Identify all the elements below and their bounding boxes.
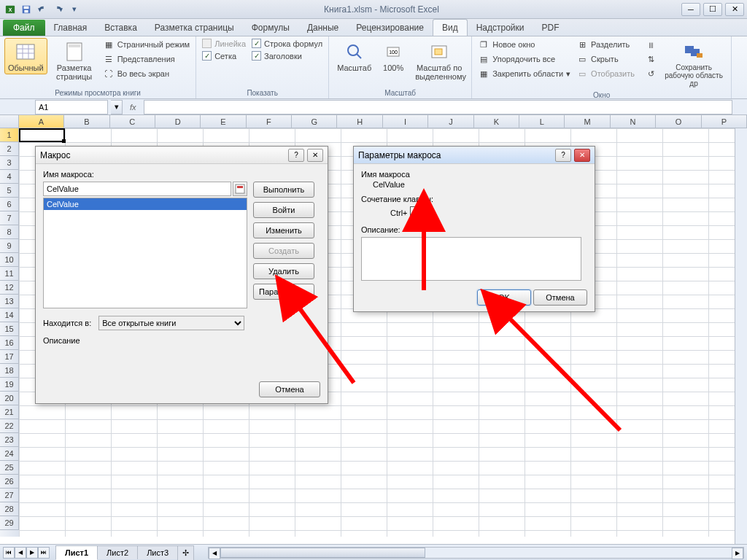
- page-break-button[interactable]: ▦Страничный режим: [101, 38, 192, 51]
- vertical-scrollbar[interactable]: [735, 128, 747, 544]
- next-sheet-button[interactable]: ▶: [26, 547, 38, 559]
- step-button[interactable]: Войти: [253, 202, 314, 218]
- formula-input[interactable]: [144, 100, 732, 114]
- ok-button[interactable]: OK: [477, 289, 531, 306]
- desc-textarea[interactable]: [361, 237, 581, 281]
- macro-name-input[interactable]: [43, 182, 231, 196]
- first-sheet-button[interactable]: ⏮: [3, 547, 15, 559]
- save-icon[interactable]: [19, 2, 34, 17]
- tab-review[interactable]: Рецензирование: [347, 20, 433, 36]
- col-header[interactable]: O: [656, 115, 701, 128]
- row-header[interactable]: 14: [0, 308, 19, 322]
- prev-sheet-button[interactable]: ◀: [15, 547, 26, 559]
- row-header[interactable]: 11: [0, 267, 19, 281]
- col-header[interactable]: K: [474, 115, 519, 128]
- split-button[interactable]: ⊞Разделить: [575, 38, 636, 51]
- row-header[interactable]: 24: [0, 447, 19, 461]
- col-header[interactable]: B: [64, 115, 109, 128]
- row-header[interactable]: 13: [0, 295, 19, 308]
- gridlines-checkbox[interactable]: ✓Сетка: [201, 50, 247, 61]
- ruler-checkbox[interactable]: Линейка: [201, 38, 247, 49]
- row-header[interactable]: 5: [0, 184, 19, 198]
- row-header[interactable]: 20: [0, 392, 19, 405]
- col-header[interactable]: A: [19, 115, 64, 128]
- zoom-button[interactable]: Масштаб: [333, 38, 375, 74]
- col-header[interactable]: J: [428, 115, 473, 128]
- tab-page-layout[interactable]: Разметка страницы: [146, 20, 243, 36]
- tab-data[interactable]: Данные: [298, 20, 347, 36]
- macro-list-item[interactable]: CelValue: [44, 198, 247, 210]
- tab-home[interactable]: Главная: [45, 20, 96, 36]
- tab-view[interactable]: Вид: [433, 19, 468, 36]
- minimize-button[interactable]: ─: [681, 3, 700, 16]
- page-layout-button[interactable]: Разметка страницы: [50, 38, 98, 83]
- col-header[interactable]: G: [292, 115, 337, 128]
- row-header[interactable]: 21: [0, 405, 19, 419]
- row-header[interactable]: 10: [0, 253, 19, 267]
- options-button[interactable]: Параметры...: [253, 284, 314, 300]
- col-header[interactable]: H: [337, 115, 382, 128]
- close-button[interactable]: ✕: [574, 149, 590, 162]
- custom-views-button[interactable]: ☰Представления: [101, 52, 192, 66]
- sync-scroll-button[interactable]: ⇅: [643, 52, 658, 66]
- row-header[interactable]: 25: [0, 461, 19, 475]
- cancel-button[interactable]: Отмена: [533, 289, 587, 306]
- row-header[interactable]: 3: [0, 156, 19, 170]
- row-header[interactable]: 7: [0, 211, 19, 225]
- tab-formulas[interactable]: Формулы: [243, 20, 298, 36]
- active-cell[interactable]: [19, 128, 65, 142]
- unhide-button[interactable]: ▭Отобразить: [575, 67, 636, 80]
- zoom-selection-button[interactable]: Масштаб по выделенному: [411, 38, 467, 83]
- col-header[interactable]: L: [519, 115, 565, 128]
- new-window-button[interactable]: ❐Новое окно: [476, 38, 572, 51]
- col-header[interactable]: M: [565, 115, 610, 128]
- close-button[interactable]: ✕: [307, 149, 323, 162]
- qat-customize-icon[interactable]: ▾: [67, 2, 82, 17]
- select-all-corner[interactable]: [0, 115, 19, 128]
- col-header[interactable]: C: [110, 115, 155, 128]
- headings-checkbox[interactable]: ✓Заголовки: [250, 50, 324, 61]
- row-header[interactable]: 9: [0, 239, 19, 253]
- col-header[interactable]: P: [702, 115, 747, 128]
- close-button[interactable]: ✕: [725, 3, 744, 16]
- row-header[interactable]: 18: [0, 364, 19, 378]
- shortcut-input[interactable]: [410, 206, 427, 219]
- delete-button[interactable]: Удалить: [253, 263, 314, 279]
- row-header[interactable]: 2: [0, 142, 19, 156]
- new-sheet-button[interactable]: ✢: [177, 545, 194, 560]
- formula-bar-checkbox[interactable]: ✓Строка формул: [250, 38, 324, 49]
- options-dialog-titlebar[interactable]: Параметры макроса ? ✕: [354, 147, 595, 164]
- scroll-left-button[interactable]: ◀: [209, 548, 220, 559]
- full-screen-button[interactable]: ⛶Во весь экран: [101, 67, 192, 80]
- macro-dialog-titlebar[interactable]: Макрос ? ✕: [36, 147, 328, 164]
- row-header[interactable]: 6: [0, 198, 19, 211]
- row-header[interactable]: 23: [0, 433, 19, 447]
- macro-list[interactable]: CelValue: [43, 198, 247, 308]
- col-header[interactable]: N: [611, 115, 656, 128]
- row-header[interactable]: 12: [0, 281, 19, 295]
- col-header[interactable]: E: [201, 115, 246, 128]
- redo-icon[interactable]: [51, 2, 66, 17]
- create-button[interactable]: Создать: [253, 243, 314, 259]
- col-header[interactable]: F: [247, 115, 292, 128]
- row-header[interactable]: 22: [0, 419, 19, 433]
- side-by-side-button[interactable]: ⫼: [643, 38, 658, 51]
- tab-addins[interactable]: Надстройки: [468, 20, 533, 36]
- row-header[interactable]: 4: [0, 170, 19, 184]
- save-workspace-button[interactable]: Сохранить рабочую область др: [661, 38, 727, 90]
- row-header[interactable]: 26: [0, 475, 19, 489]
- help-button[interactable]: ?: [288, 149, 304, 162]
- row-header[interactable]: 17: [0, 350, 19, 364]
- row-header[interactable]: 19: [0, 378, 19, 392]
- fx-label[interactable]: fx: [123, 103, 144, 112]
- cancel-button[interactable]: Отмена: [259, 381, 320, 397]
- excel-icon[interactable]: X: [3, 2, 18, 17]
- sheet-tab[interactable]: Лист3: [137, 545, 178, 559]
- row-header[interactable]: 27: [0, 489, 19, 502]
- hide-button[interactable]: ▭Скрыть: [575, 52, 636, 66]
- row-header[interactable]: 29: [0, 516, 19, 530]
- arrange-all-button[interactable]: ▤Упорядочить все: [476, 52, 572, 66]
- help-button[interactable]: ?: [555, 149, 571, 162]
- row-header[interactable]: 1: [0, 128, 19, 142]
- name-box-dropdown[interactable]: ▾: [111, 100, 123, 114]
